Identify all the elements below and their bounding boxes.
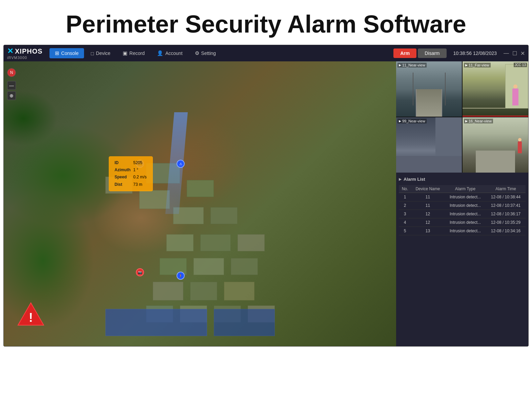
camera-feed-3[interactable]: 99_Near-view bbox=[396, 117, 462, 173]
popup-speed-value: 0.2 m/s bbox=[132, 174, 148, 181]
popup-azimuth-label: Azimuth bbox=[113, 166, 132, 174]
logo-icon: ✕ bbox=[7, 47, 14, 56]
alarm-type: Intrusion detect... bbox=[445, 210, 486, 218]
nav-setting[interactable]: ⚙ Setting bbox=[189, 48, 222, 58]
cam2-label: 11_Far-view bbox=[464, 63, 491, 67]
nav-console[interactable]: ⊞ Console bbox=[49, 48, 84, 58]
disarm-button[interactable]: Disarm bbox=[418, 48, 446, 58]
camera-feeds: 11_Near-view 11_Far-view JCC 13 bbox=[396, 61, 528, 173]
popup-id-label: ID bbox=[113, 159, 132, 166]
map-buildings bbox=[4, 61, 396, 346]
title-bar: ✕ XIPHOS iRVM3000 ⊞ Console □ Device ▣ R… bbox=[4, 45, 528, 61]
cam1-fence-left bbox=[413, 73, 413, 106]
cam4-visual bbox=[463, 117, 528, 173]
map-building bbox=[187, 180, 214, 197]
nav-setting-label: Setting bbox=[201, 51, 216, 56]
alarm-col-type: Alarm Type bbox=[445, 185, 486, 193]
map-building bbox=[190, 282, 217, 300]
nav-device[interactable]: □ Device bbox=[85, 48, 116, 58]
minimize-button[interactable]: — bbox=[504, 50, 509, 57]
cam2-person bbox=[512, 89, 518, 105]
cam3-visual bbox=[396, 117, 462, 173]
alarm-time: 12-08 / 10:36:17 bbox=[486, 210, 526, 218]
alarm-device: 11 bbox=[411, 201, 445, 210]
cam1-path bbox=[416, 89, 442, 117]
alarm-col-time: Alarm Time bbox=[486, 185, 526, 193]
map-area: 📷 ⚠ 📷 🚶 ID 5205 Azimuth 1 ° Speed bbox=[4, 61, 396, 346]
popup-azimuth-value: 1 ° bbox=[132, 166, 148, 174]
alarm-list-title: Alarm List bbox=[404, 177, 425, 182]
alarm-col-no: No. bbox=[399, 185, 411, 193]
alarm-table: No. Device Name Alarm Type Alarm Time 1 … bbox=[399, 185, 526, 235]
app-window: ✕ XIPHOS iRVM3000 ⊞ Console □ Device ▣ R… bbox=[3, 45, 529, 347]
map-building bbox=[231, 258, 258, 275]
logo-subtitle: iRVM3000 bbox=[7, 56, 27, 60]
alarm-col-device: Device Name bbox=[411, 185, 445, 193]
map-target-icon-3[interactable]: 📷 bbox=[136, 268, 144, 276]
table-row[interactable]: 1 11 Intrusion detect... 12-08 / 10:38:4… bbox=[399, 193, 526, 201]
cam2-alert-bar bbox=[463, 116, 528, 117]
nav-items: ⊞ Console □ Device ▣ Record 👤 Account ⚙ … bbox=[49, 48, 387, 58]
alarm-time: 12-08 / 10:37:41 bbox=[486, 201, 526, 210]
nav-record-label: Record bbox=[129, 51, 145, 56]
alarm-time: 12-08 / 10:34:16 bbox=[486, 227, 526, 235]
map-target-icon-2[interactable]: ⚠ bbox=[177, 160, 185, 168]
alert-triangle: ! bbox=[17, 302, 44, 326]
table-row[interactable]: 2 11 Intrusion detect... 12-08 / 10:37:4… bbox=[399, 201, 526, 210]
zoom-minus-icon[interactable]: — bbox=[7, 81, 16, 90]
alarm-no: 3 bbox=[399, 210, 411, 218]
map-building bbox=[139, 190, 170, 209]
console-icon: ⊞ bbox=[55, 50, 59, 56]
close-button[interactable]: ✕ bbox=[520, 50, 525, 57]
cam2-timestamp: JCC 13 bbox=[514, 63, 527, 67]
cam3-path bbox=[396, 156, 462, 173]
right-panel: 11_Near-view 11_Far-view JCC 13 bbox=[396, 61, 528, 346]
camera-feed-2[interactable]: 11_Far-view JCC 13 bbox=[463, 61, 528, 117]
cam3-label: 99_Near-view bbox=[397, 119, 427, 123]
cam1-label: 11_Near-view bbox=[397, 63, 427, 67]
popup-dist-value: 73 m bbox=[132, 181, 148, 188]
nav-console-label: Console bbox=[61, 51, 79, 56]
map-target-icon-4[interactable]: 🚶 bbox=[177, 272, 185, 280]
camera-feed-1[interactable]: 11_Near-view bbox=[396, 61, 462, 117]
maximize-button[interactable]: ☐ bbox=[512, 50, 517, 57]
map-building bbox=[166, 234, 193, 251]
device-icon: □ bbox=[91, 51, 94, 56]
table-row[interactable]: 3 12 Intrusion detect... 12-08 / 10:36:1… bbox=[399, 210, 526, 218]
cam4-label: 16_Near-view bbox=[464, 119, 493, 123]
alarm-time: 12-08 / 10:38:44 bbox=[486, 193, 526, 201]
alarm-no: 4 bbox=[399, 218, 411, 227]
page-title: Perimeter Security Alarm Software bbox=[0, 10, 532, 38]
map-building bbox=[153, 282, 183, 300]
alarm-type: Intrusion detect... bbox=[445, 227, 486, 235]
alarm-no: 5 bbox=[399, 227, 411, 235]
cam4-person bbox=[518, 141, 522, 153]
datetime-display: 10:38:56 12/08/2023 bbox=[453, 51, 497, 56]
alarm-type: Intrusion detect... bbox=[445, 218, 486, 227]
map-solar-panels bbox=[214, 309, 275, 336]
alarm-device: 12 bbox=[411, 218, 445, 227]
alarm-type: Intrusion detect... bbox=[445, 201, 486, 210]
nav-account[interactable]: 👤 Account bbox=[151, 48, 188, 58]
cam1-visual bbox=[396, 61, 462, 117]
arm-disarm-controls: Arm Disarm bbox=[393, 48, 446, 58]
compass-icon[interactable]: N bbox=[7, 68, 16, 77]
layer-icon[interactable]: ⊕ bbox=[7, 91, 16, 100]
table-row[interactable]: 5 13 Intrusion detect... 12-08 / 10:34:1… bbox=[399, 227, 526, 235]
alarm-time: 12-08 / 10:35:29 bbox=[486, 218, 526, 227]
record-icon: ▣ bbox=[123, 50, 127, 56]
logo-area: ✕ XIPHOS iRVM3000 bbox=[7, 47, 43, 60]
arm-button[interactable]: Arm bbox=[393, 48, 416, 58]
cam1-fence-right bbox=[445, 73, 446, 106]
table-row[interactable]: 4 12 Intrusion detect... 12-08 / 10:35:2… bbox=[399, 218, 526, 227]
cam4-path bbox=[476, 151, 515, 173]
setting-icon: ⚙ bbox=[195, 50, 199, 56]
popup-id-value: 5205 bbox=[132, 159, 148, 166]
nav-device-label: Device bbox=[96, 51, 110, 56]
nav-record[interactable]: ▣ Record bbox=[117, 48, 150, 58]
account-icon: 👤 bbox=[157, 50, 163, 56]
page-title-area: Perimeter Security Alarm Software bbox=[0, 0, 532, 45]
camera-feed-4[interactable]: 16_Near-view bbox=[463, 117, 528, 173]
alarm-list-header: Alarm List bbox=[399, 175, 526, 183]
map-building bbox=[200, 234, 231, 251]
